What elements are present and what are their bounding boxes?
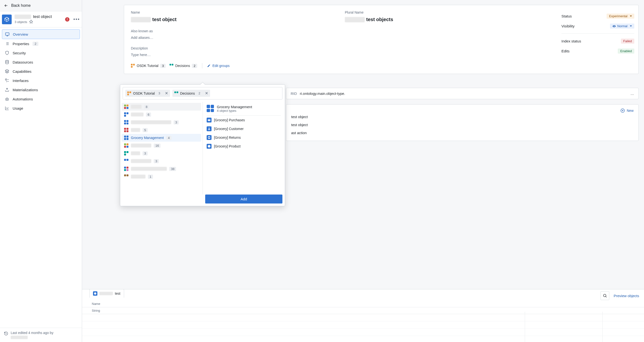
group-name-redacted — [131, 159, 151, 163]
group-grid-icon — [124, 112, 128, 117]
aka-input[interactable]: Add aliases… — [131, 35, 632, 39]
column-type: String — [82, 307, 644, 314]
description-label: Description — [131, 46, 632, 50]
group-name-redacted — [131, 105, 142, 109]
group-grid-icon — [124, 136, 128, 140]
chevron-down-icon — [630, 15, 632, 17]
group-grid-icon — [127, 91, 131, 95]
status-selector[interactable]: Experimental — [606, 13, 634, 19]
nav-usage[interactable]: Usage — [2, 104, 80, 113]
plural-name-value[interactable]: test objects — [345, 17, 544, 22]
arrow-left-icon — [4, 3, 8, 8]
nav-materializations[interactable]: Materializations — [2, 85, 80, 94]
nav-datasources[interactable]: Datasources — [2, 57, 80, 67]
group-grid-icon — [207, 105, 214, 112]
table-row[interactable] — [82, 329, 644, 336]
status-column: Status Experimental Visibility Normal In… — [562, 11, 634, 56]
group-grid-icon — [124, 128, 128, 132]
action-item[interactable]: ast action — [291, 129, 634, 137]
group-decisions[interactable]: Decisions 2 — [170, 64, 197, 68]
nav-overview[interactable]: Overview — [2, 29, 80, 39]
group-name-redacted — [131, 151, 140, 155]
group-grid-icon — [170, 64, 174, 68]
group-list-item[interactable]: 3 — [122, 118, 201, 126]
svg-rect-2 — [5, 79, 6, 80]
table-row[interactable] — [82, 321, 644, 329]
visibility-selector[interactable]: Normal — [610, 23, 634, 29]
preview-table-panel: test Preview objects Name String — [82, 289, 644, 342]
nav-properties[interactable]: Properties 2 — [2, 39, 80, 48]
add-button[interactable]: Add — [205, 194, 282, 203]
preview-objects-link[interactable]: Preview objects — [614, 294, 639, 298]
action-item[interactable]: test object — [291, 113, 634, 121]
preview-tab[interactable]: test — [89, 289, 124, 298]
action-item[interactable]: test object — [291, 121, 634, 129]
group-list-item[interactable]: 3 — [122, 157, 201, 165]
remove-chip-icon[interactable]: ✕ — [165, 91, 168, 96]
author-redacted — [11, 336, 28, 339]
rid-row[interactable]: RID ri.ontology.main.object-type. … — [286, 88, 639, 99]
interface-icon — [5, 78, 9, 83]
group-list-item[interactable]: 38 — [122, 165, 201, 173]
shield-icon — [5, 51, 9, 55]
group-count-badge: 4 — [166, 136, 171, 140]
nav-interfaces[interactable]: Interfaces — [2, 76, 80, 85]
chip-osdk-tutorial: OSDK Tutorial 3 ✕ — [125, 90, 170, 97]
table-row[interactable] — [82, 336, 644, 342]
object-type-item[interactable]: [Grocery] Customer — [207, 124, 281, 133]
back-home-button[interactable]: Back home — [0, 0, 82, 11]
group-grid-icon — [124, 105, 128, 109]
more-menu-icon[interactable]: ••• — [73, 16, 80, 22]
group-list-item[interactable]: 3 — [122, 150, 201, 157]
search-icon — [603, 294, 607, 298]
back-home-label: Back home — [11, 3, 30, 8]
remove-chip-icon[interactable]: ✕ — [205, 91, 208, 96]
chart-icon — [5, 106, 9, 110]
group-name-redacted — [131, 128, 140, 132]
group-list-item[interactable]: 8 — [122, 103, 201, 111]
edit-groups-button[interactable]: Edit groups — [207, 64, 230, 68]
group-list-item[interactable]: Grocery Management4 — [122, 134, 201, 142]
description-input[interactable]: Type here… — [131, 53, 632, 57]
upload-icon — [5, 88, 9, 92]
group-list-item[interactable]: 16 — [122, 142, 201, 150]
group-count-badge: 38 — [169, 167, 176, 171]
group-count-badge: 16 — [154, 144, 160, 148]
favorite-star-icon[interactable] — [29, 20, 33, 24]
group-grid-icon — [124, 174, 128, 179]
object-type-item[interactable]: [Grocery] Purchases — [207, 116, 281, 124]
table-search-button[interactable] — [600, 291, 609, 300]
group-osdk-tutorial[interactable]: OSDK Tutorial 3 — [131, 64, 166, 68]
nav-security[interactable]: Security — [2, 48, 80, 57]
group-grid-icon — [124, 167, 128, 171]
svg-rect-9 — [208, 120, 210, 120]
object-type-item[interactable]: [Grocery] Returns — [207, 133, 281, 142]
card-icon — [207, 118, 212, 123]
actions-panel: New test object test object ast action — [286, 104, 639, 141]
database-icon — [5, 60, 9, 64]
plural-redacted — [345, 17, 365, 22]
chevron-down-icon — [630, 25, 632, 27]
properties-count-badge: 2 — [32, 42, 38, 46]
group-detail-subtitle: 4 object types — [217, 109, 252, 113]
plural-name-label: Plural Name — [345, 10, 544, 14]
selected-groups-input[interactable]: OSDK Tutorial 3 ✕ Decisions 2 ✕ — [123, 87, 282, 99]
monitor-icon — [5, 32, 10, 36]
column-header-name[interactable]: Name — [82, 301, 644, 307]
tab-name-redacted — [99, 292, 113, 295]
new-action-button[interactable]: New — [620, 108, 634, 113]
history-icon — [4, 331, 8, 336]
group-list-item[interactable]: 5 — [122, 126, 201, 134]
table-row[interactable] — [82, 314, 644, 321]
group-list-item[interactable]: 1 — [122, 173, 201, 180]
group-list-item[interactable]: 6 — [122, 111, 201, 118]
alert-badge-icon[interactable]: ! — [65, 17, 70, 21]
object-cube-icon — [2, 14, 12, 24]
edits-badge: Enabled — [618, 48, 634, 54]
object-type-item[interactable]: [Grocery] Product — [207, 142, 281, 151]
group-grid-icon — [124, 120, 128, 124]
nav-capabilities[interactable]: Capabilities — [2, 67, 80, 76]
cube-icon — [207, 144, 212, 149]
nav-automations[interactable]: Automations — [2, 94, 80, 104]
name-value[interactable]: test object — [131, 17, 330, 22]
